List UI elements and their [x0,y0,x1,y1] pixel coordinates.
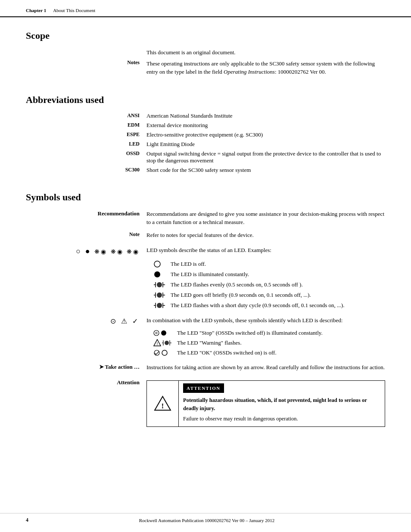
main-content: Scope This document is an original docum… [0,30,411,427]
attention-line2: Failure to observe may result in dangero… [183,415,380,423]
led-icon-3 [153,291,171,299]
attention-text: Potentially hazardous situation, which, … [179,395,385,426]
scope-notes-label: Notes [26,59,146,79]
attention-box: ! ATTENTION Potentially hazardous situat… [146,380,385,427]
take-action-label: ➤ Take action … [26,363,146,370]
svg-text:!: ! [162,401,164,410]
svg-point-28 [162,350,167,355]
combo-desc-1: The LED "Warning" flashes. [177,339,242,346]
led-icon-flash2: ❋◉ [111,249,124,255]
led-desc-0: The LED is off. [171,261,385,268]
scope-table: This document is an original document. N… [26,48,385,79]
abbr-value-ansi: American National Standards Institute [146,112,385,122]
attention-content-area: ATTENTION Potentially hazardous situatio… [179,381,385,427]
combo-item-2: The LED "OK" (OSSDs switched on) is off. [153,349,385,356]
scope-body-text: This document is an original document. [146,48,385,59]
abbr-row-ansi: ANSI American National Standards Institu… [26,112,385,122]
abbr-label-ansi: ANSI [26,112,146,122]
led-desc-3: The LED goes off briefly (0.9 seconds on… [171,292,385,299]
combo-symbols-desc: In combination with the LED symbols, the… [146,316,385,325]
led-icon-1 [153,271,171,278]
scope-notes-italic: Operating Instructions [224,68,275,75]
led-icon-flash3: ❋◉ [127,249,140,255]
abbr-label-led: LED [26,141,146,150]
header-chapter: Chapter 1 [26,8,46,13]
attention-line1: Potentially hazardous situation, which, … [183,396,380,413]
scope-notes-row: Notes These operating instructions are o… [26,59,385,79]
combo-symbols-icons: ⊙ ⚠ ✓ [26,316,146,325]
led-icon-2 [153,281,171,289]
note-row: Note Refer to notes for special features… [26,231,385,240]
abbr-row-sc300: SC300 Short code for the SC300 safety se… [26,167,385,176]
svg-point-19 [161,330,166,336]
svg-point-18 [156,332,157,334]
recommendation-label: Recommendation [26,210,146,217]
led-item-4: The LED flashes with a short duty cycle … [153,302,385,309]
abbr-value-ossd: Output signal switching device = signal … [146,150,385,167]
combo-icon-1: ! [153,339,177,347]
scope-heading: Scope [26,30,385,41]
led-item-3: The LED goes off briefly (0.9 seconds on… [153,291,385,299]
abbr-value-led: Light Emitting Diode [146,141,385,150]
abbr-row-ossd: OSSD Output signal switching device = si… [26,150,385,167]
svg-point-24 [165,341,169,345]
led-icon-4 [153,302,171,309]
attention-top: ATTENTION [179,381,385,395]
footer-page-num: 4 [26,517,28,523]
abbr-row-led: LED Light Emitting Diode [26,141,385,150]
combo-icon-stop: ⊙ [110,317,118,325]
attention-row: Attention ! ATTENTION [26,379,385,427]
svg-point-17 [154,330,159,336]
abbr-row-espe: ESPE Electro-sensitive protective equipm… [26,131,385,141]
combo-desc-2: The LED "OK" (OSSDs switched on) is off. [177,349,277,356]
attention-label: Attention [26,379,146,386]
led-items-block: The LED is off. The LED is illuminated c… [26,260,385,309]
recommendation-value: Recommendations are designed to give you… [146,210,385,227]
footer-center-text: Rockwell Automation Publication 10000202… [139,518,275,523]
abbr-label-espe: ESPE [26,131,146,141]
svg-point-4 [157,282,162,287]
page-header: Chapter 1 About This Document [0,0,411,17]
led-item-1: The LED is illuminated constantly. [153,271,385,278]
scope-section: Scope This document is an original docum… [26,30,385,79]
abbr-row-edm: EDM External device monitoring [26,122,385,131]
warning-triangle-icon: ! [153,395,172,412]
led-icon-0 [153,260,171,268]
combo-icon-0 [153,330,177,336]
take-action-arrow-icon: ➤ [99,364,104,370]
page-footer: 4 Rockwell Automation Publication 100002… [0,513,411,523]
abbr-value-edm: External device monitoring [146,122,385,131]
abbr-label-sc300: SC300 [26,167,146,176]
note-label: Note [26,231,146,238]
abbreviations-section: Abbreviations used ANSI American Nationa… [26,94,385,176]
attention-icon-area: ! [147,381,179,427]
led-symbols-desc: LED symbols describe the status of an LE… [146,246,385,255]
led-icon-empty: ○ [76,247,82,255]
combo-items-block: The LED "Stop" (OSSDs switched off) is i… [26,330,385,356]
svg-point-14 [157,303,162,308]
combo-desc-0: The LED "Stop" (OSSDs switched off) is i… [177,330,323,336]
led-icon-flash1: ❋◉ [94,249,107,255]
led-symbols-icons: ○ ● ❋◉ ❋◉ ❋◉ [26,246,146,256]
scope-body-row: This document is an original document. [26,48,385,59]
led-item-0: The LED is off. [153,260,385,268]
scope-notes-colon: : 10000202762 Ver 00. [275,68,326,75]
led-desc-2: The LED flashes evenly (0.5 seconds on, … [171,281,385,288]
combo-icon-2 [153,349,177,356]
led-item-2: The LED flashes evenly (0.5 seconds on, … [153,281,385,289]
scope-notes-value: These operating instructions are only ap… [146,59,385,79]
attention-content: ! ATTENTION Potentially hazardous situat… [146,379,385,427]
page: Chapter 1 About This Document Scope This… [0,0,411,532]
abbr-label-ossd: OSSD [26,150,146,167]
combo-icon-ok: ✓ [132,317,140,325]
symbols-heading: Symbols used [26,192,385,203]
recommendation-row: Recommendation Recommendations are desig… [26,210,385,227]
scope-body-label [26,48,146,59]
led-symbols-row: ○ ● ❋◉ ❋◉ ❋◉ LED symbols describe the st… [26,246,385,256]
led-icon-filled: ● [85,247,91,255]
note-value: Refer to notes for special features of t… [146,231,385,240]
symbols-section: Symbols used Recommendation Recommendati… [26,192,385,427]
abbr-label-edm: EDM [26,122,146,131]
attention-badge: ATTENTION [183,383,224,393]
abbr-value-espe: Electro-sensitive protective equipment (… [146,131,385,141]
